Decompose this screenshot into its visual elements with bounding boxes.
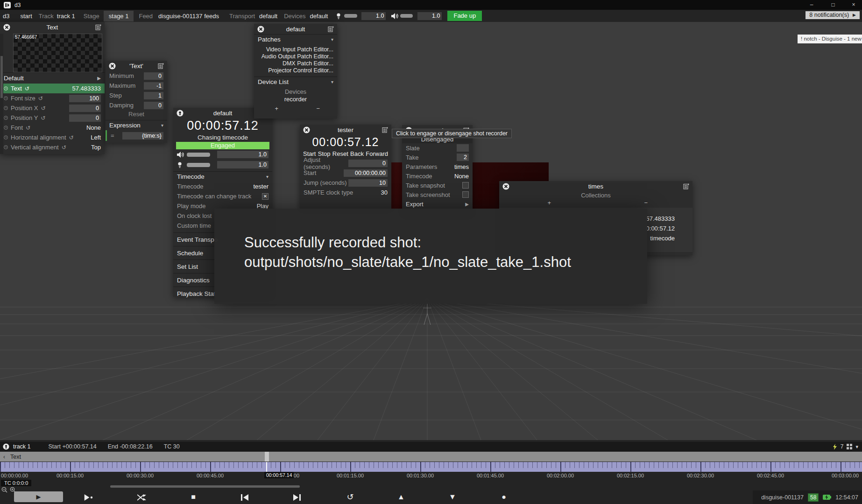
edit-icon[interactable] (382, 127, 388, 133)
field-export[interactable]: Export▶ (402, 199, 473, 209)
down-arrow-icon[interactable]: ▼ (449, 493, 456, 501)
undo-icon[interactable]: ↺ (25, 85, 29, 92)
brightness-slider[interactable] (344, 14, 357, 18)
text-layer-strip[interactable]: ‹ Text (0, 452, 862, 462)
edit-icon[interactable] (95, 24, 101, 30)
transport-volume-row[interactable]: 1.0 (173, 149, 272, 160)
checkbox-checked[interactable]: ✕ (262, 193, 268, 200)
timeline-ruler[interactable] (0, 462, 862, 472)
minimize-icon[interactable]: – (806, 0, 817, 10)
return-to-start-icon[interactable]: ↺ (346, 493, 353, 501)
field-position-x[interactable]: Position X ↺ 0 (0, 103, 105, 113)
reset-button[interactable]: Reset (106, 110, 167, 118)
layer-collapse-icon[interactable]: ‹ (3, 454, 5, 460)
add-collection-button[interactable]: + (548, 199, 551, 206)
maximize-icon[interactable]: □ (827, 0, 839, 10)
close-icon[interactable] (109, 63, 116, 70)
brightness-value-input[interactable]: 1.0 (361, 12, 386, 20)
chevron-down-icon[interactable]: ▾ (855, 444, 858, 450)
menu-start[interactable]: start (20, 13, 32, 20)
checkbox-unchecked[interactable] (462, 191, 469, 198)
back-button[interactable]: Back (350, 150, 364, 157)
stop-icon[interactable]: ■ (191, 493, 196, 501)
undo-icon[interactable]: ↺ (38, 95, 43, 102)
menu-transport-category[interactable]: Transport (229, 13, 255, 20)
undo-icon[interactable]: ↺ (69, 134, 74, 141)
undo-icon[interactable]: ↺ (41, 115, 45, 121)
volume-value-input[interactable]: 1.0 (417, 12, 442, 20)
field-minimum[interactable]: Minimum0 (106, 71, 167, 81)
transport-brightness-row[interactable]: 1.0 (173, 160, 272, 170)
fade-up-button[interactable]: Fade up (447, 11, 482, 21)
expression-row[interactable]: = {time:s} (106, 130, 167, 141)
field-timecode-can-change-track[interactable]: Timecode can change track✕ (173, 191, 272, 201)
next-section-icon[interactable] (293, 494, 301, 501)
menu-track-value[interactable]: track 1 (57, 13, 75, 20)
field-horizontal-alignment[interactable]: Horizontal alignment ↺ Left (0, 133, 105, 142)
section-patches[interactable]: Patches ▾ (254, 34, 337, 44)
undo-icon[interactable]: ↺ (41, 105, 46, 112)
edit-icon[interactable] (158, 63, 164, 69)
layer-playhead-thumb[interactable] (265, 452, 269, 462)
close-icon[interactable]: × (848, 0, 859, 10)
expression-input[interactable]: {time:s} (122, 132, 163, 140)
remove-collection-button[interactable]: − (644, 199, 648, 206)
section-default[interactable]: Default ▶ (0, 72, 105, 84)
previous-section-icon[interactable] (241, 494, 248, 501)
edit-icon[interactable] (683, 183, 689, 189)
menu-stage-value[interactable]: stage 1 (104, 11, 134, 21)
add-device-button[interactable]: + (275, 105, 279, 112)
field-maximum[interactable]: Maximum-1 (106, 81, 167, 91)
play-to-next-icon[interactable] (85, 494, 93, 501)
field-slate[interactable]: Slate (402, 143, 473, 153)
field-start-time[interactable]: Start00:00:00.00 (300, 168, 391, 178)
menu-devices-value[interactable]: default (310, 13, 328, 20)
undo-icon[interactable]: ↺ (26, 125, 30, 131)
field-take-screenshot[interactable]: Take screenshot (402, 190, 473, 199)
field-recorder-timecode[interactable]: TimecodeNone (402, 171, 473, 181)
notch-notification-toast[interactable]: ! notch - Disguise - 1 new (798, 35, 862, 43)
menu-item-projector-control[interactable]: Projector Control Editor... (254, 67, 337, 74)
field-vertical-alignment[interactable]: Vertical alignment ↺ Top (0, 142, 105, 152)
close-icon[interactable] (502, 183, 509, 190)
field-adjust-seconds[interactable]: Adjust (seconds)0 (300, 158, 391, 168)
engage-toggle[interactable]: Engaged (176, 142, 269, 149)
section-device-list[interactable]: Device List ▾ (254, 77, 337, 87)
panel-scrollbar[interactable] (0, 34, 3, 154)
forward-button[interactable]: Forward (366, 150, 388, 157)
menu-track-category[interactable]: Track (39, 13, 54, 20)
brightness-slider[interactable] (187, 163, 210, 167)
cue-bolt-icon[interactable] (833, 444, 837, 450)
undo-icon[interactable]: ↺ (62, 144, 66, 151)
field-take-snapshot[interactable]: Take snapshot (402, 181, 473, 190)
edit-icon[interactable] (328, 26, 334, 32)
menu-item-video-input-patch[interactable]: Video Input Patch Editor... (254, 46, 337, 53)
close-icon[interactable] (303, 126, 310, 133)
field-step[interactable]: Step1 (106, 91, 167, 100)
menu-transport-value[interactable]: default (259, 13, 277, 20)
keyhole-icon[interactable] (177, 110, 184, 117)
grid-icon[interactable] (847, 444, 852, 449)
field-font[interactable]: Font ↺ None (0, 123, 105, 133)
section-timecode[interactable]: Timecode ▾ (173, 171, 272, 182)
layer-name[interactable]: Text (10, 454, 21, 460)
up-arrow-icon[interactable]: ▲ (397, 493, 405, 501)
field-position-y[interactable]: Position Y ↺ 0 (0, 113, 105, 123)
field-damping[interactable]: Damping0 (106, 100, 167, 110)
remove-device-button[interactable]: − (317, 105, 320, 112)
field-jump-seconds[interactable]: Jump (seconds)10 (300, 178, 391, 188)
menu-item-audio-output-patch[interactable]: Audio Output Patch Editor... (254, 53, 337, 60)
notifications-badge[interactable]: 8 notification(s) ▶ (805, 11, 860, 19)
field-take[interactable]: Take2 (402, 153, 473, 162)
volume-slider[interactable] (187, 153, 210, 157)
device-item-recorder[interactable]: recorder (254, 96, 337, 103)
close-icon[interactable] (3, 24, 10, 31)
field-smpte-clock-type[interactable]: SMPTE clock type30 (300, 188, 391, 197)
crossfade-icon[interactable] (137, 494, 147, 501)
zoom-out-icon[interactable] (1, 487, 7, 493)
menu-feed-value[interactable]: disguise-001137 feeds (158, 13, 219, 20)
menu-feed-category[interactable]: Feed (139, 13, 153, 20)
volume-slider[interactable] (400, 14, 413, 18)
field-text[interactable]: Text ↺ 57.483333 (0, 84, 105, 93)
menu-d3[interactable]: d3 (3, 13, 9, 20)
